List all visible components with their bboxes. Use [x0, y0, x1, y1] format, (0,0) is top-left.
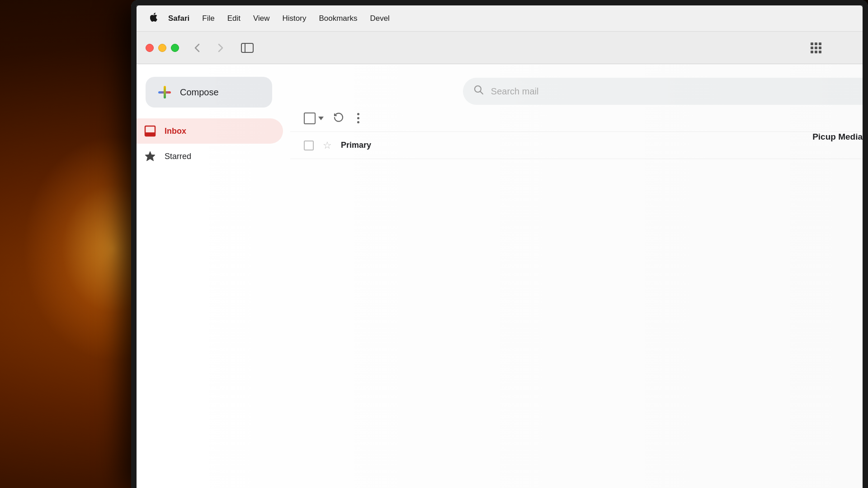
laptop-frame: Safari File Edit View History Bookmarks … — [131, 0, 868, 488]
back-button[interactable] — [188, 39, 206, 57]
grid-dot — [811, 51, 813, 53]
sidebar-item-inbox[interactable]: Inbox — [137, 118, 283, 144]
inbox-icon — [144, 125, 156, 137]
email-checkbox[interactable] — [304, 141, 314, 150]
main-content: Gmail Search mail — [137, 64, 863, 488]
svg-marker-15 — [145, 151, 155, 161]
traffic-lights — [146, 44, 179, 52]
grid-dot — [819, 47, 821, 49]
refresh-button[interactable] — [333, 111, 344, 126]
inbox-label: Inbox — [165, 127, 186, 136]
primary-section-label: Primary — [341, 141, 371, 150]
search-icon — [474, 85, 484, 98]
primary-tab-row[interactable]: ☆ Primary Picup Media — [290, 132, 863, 159]
close-button[interactable] — [146, 44, 154, 52]
grid-dot — [819, 42, 821, 45]
screen-bezel: Safari File Edit View History Bookmarks … — [131, 0, 868, 488]
email-star-icon[interactable]: ☆ — [323, 140, 332, 151]
starred-icon — [144, 150, 156, 163]
svg-rect-0 — [241, 43, 253, 52]
email-list: ☆ Primary Picup Media — [290, 132, 863, 488]
bookmarks-menu[interactable]: Bookmarks — [312, 12, 363, 25]
starred-label: Starred — [165, 152, 191, 161]
grid-dot — [815, 51, 817, 53]
grid-dot — [815, 47, 817, 49]
compose-button[interactable]: Compose — [146, 77, 272, 108]
minimize-button[interactable] — [158, 44, 166, 52]
screen-content: Safari File Edit View History Bookmarks … — [137, 5, 863, 488]
grid-dot — [815, 42, 817, 45]
forward-button[interactable] — [212, 39, 230, 57]
toolbar-icons-bar — [290, 105, 863, 132]
sidebar-item-starred[interactable]: Starred — [137, 144, 283, 169]
history-menu[interactable]: History — [276, 12, 313, 25]
grid-icon — [811, 42, 821, 53]
grid-dot — [811, 47, 813, 49]
select-all-checkbox[interactable] — [304, 113, 316, 124]
safari-toolbar — [137, 32, 863, 64]
gmail-sidebar: Compose — [137, 64, 290, 488]
grid-dot — [819, 51, 821, 53]
search-bar[interactable]: Search mail — [463, 78, 863, 105]
compose-plus-icon — [158, 86, 171, 99]
menubar: Safari File Edit View History Bookmarks … — [137, 5, 863, 32]
file-menu[interactable]: File — [196, 12, 221, 25]
email-sender: Picup Media — [812, 132, 863, 142]
select-all-checkbox-group[interactable] — [304, 113, 324, 124]
more-options-button[interactable] — [354, 109, 363, 127]
more-dot — [357, 117, 359, 119]
more-dot — [357, 121, 359, 123]
view-menu[interactable]: View — [247, 12, 276, 25]
sidebar-nav: Inbox Starred — [137, 118, 290, 169]
safari-menu[interactable]: Safari — [162, 12, 196, 25]
apps-grid-button[interactable] — [806, 38, 826, 58]
search-placeholder: Search mail — [491, 86, 539, 97]
compose-label: Compose — [180, 87, 219, 98]
svg-line-12 — [480, 92, 483, 94]
maximize-button[interactable] — [171, 44, 179, 52]
grid-dot — [811, 42, 813, 45]
inbox-icon-svg — [144, 125, 156, 137]
develop-menu[interactable]: Devel — [363, 12, 396, 25]
select-dropdown-chevron[interactable] — [318, 117, 324, 120]
edit-menu[interactable]: Edit — [221, 12, 247, 25]
star-icon-svg — [144, 150, 156, 162]
more-dot — [357, 113, 359, 115]
sidebar-toggle-button[interactable] — [237, 40, 258, 56]
apple-menu[interactable] — [146, 11, 162, 26]
